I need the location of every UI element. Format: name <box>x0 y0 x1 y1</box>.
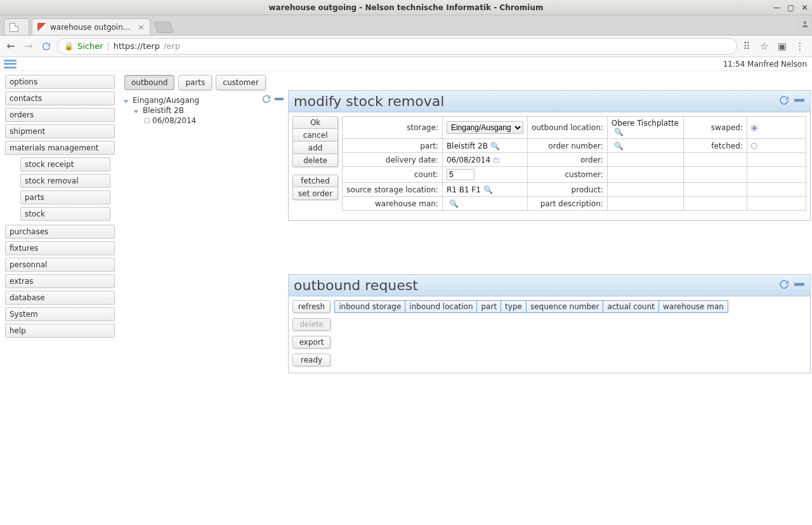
cancel-button[interactable]: cancel <box>292 129 338 142</box>
minimize-icon[interactable]: — <box>772 3 782 12</box>
sidebar-item-options[interactable]: options <box>5 75 115 89</box>
refresh-icon[interactable] <box>778 279 790 292</box>
omnibox[interactable]: 🔒 Sicher | https://terp/erp <box>57 38 737 55</box>
label-fetched: fetched: <box>683 139 747 153</box>
refresh-icon[interactable] <box>778 95 790 108</box>
tree-node[interactable]: Eingang/Ausgang <box>122 95 284 105</box>
collapse-icon[interactable] <box>794 279 805 292</box>
col-type[interactable]: type <box>501 300 527 313</box>
sidebar-item-stock[interactable]: stock <box>20 207 110 221</box>
svg-rect-1 <box>275 98 284 100</box>
browser-tab[interactable] <box>4 18 29 35</box>
ok-button[interactable]: Ok <box>292 116 338 129</box>
menu-icon[interactable]: ⋮ <box>794 41 806 52</box>
search-icon[interactable]: 🔍 <box>449 199 459 208</box>
add-button[interactable]: add <box>292 142 338 154</box>
label-count: count: <box>343 167 443 183</box>
set-order-button[interactable]: set order <box>292 187 338 200</box>
button-column: refresh delete export ready <box>292 300 331 366</box>
tab-parts[interactable]: parts <box>178 75 212 90</box>
url-path: /erp <box>164 41 180 51</box>
search-icon[interactable]: 🔍 <box>483 185 493 194</box>
storage-select[interactable]: Eingang/Ausgang <box>447 121 523 134</box>
app-topbar: 11:54 Manfred Nelson <box>0 57 812 71</box>
search-icon[interactable]: 🔍 <box>614 128 624 136</box>
col-warehouse-man[interactable]: warehouse man <box>659 300 728 313</box>
close-icon[interactable]: ✕ <box>800 3 809 12</box>
reload-button[interactable] <box>39 39 53 53</box>
label-part: part: <box>343 139 443 153</box>
label-warehouse-man: warehouse man: <box>343 197 443 211</box>
col-inbound-storage[interactable]: inbound storage <box>334 300 405 313</box>
erp-tabbar: outbound parts customer <box>118 71 812 90</box>
label-order: order: <box>527 153 607 167</box>
sidebar-item-fixtures[interactable]: fixtures <box>5 241 115 255</box>
star-icon[interactable]: ☆ <box>759 41 770 52</box>
sidebar-item-personnal[interactable]: personnal <box>5 258 115 272</box>
col-actual-count[interactable]: actual count <box>603 300 659 313</box>
tree-node[interactable]: 06/08/2014 <box>122 116 284 126</box>
sidebar-item-materials-management[interactable]: materials management <box>5 141 115 155</box>
addr-actions: ⠿ ☆ ▣ ⋮ <box>741 41 808 52</box>
label-storage: storage: <box>343 117 443 139</box>
browser-tabstrip: warehouse outgoing - Ne × <box>0 15 812 36</box>
window-controls: — ▢ ✕ <box>772 3 809 12</box>
browser-tab[interactable]: warehouse outgoing - Ne × <box>32 18 150 35</box>
main-area: options contacts orders shipment materia… <box>0 71 812 525</box>
sidebar-item-stock-receipt[interactable]: stock receipt <box>20 157 110 171</box>
content: outbound parts customer Eingang/Ausgang … <box>118 71 812 525</box>
sidebar-item-parts[interactable]: parts <box>20 190 110 204</box>
search-icon[interactable]: 🔍 <box>490 142 500 150</box>
calendar-icon[interactable]: 🗀 <box>493 156 501 164</box>
delete-button[interactable]: delete <box>292 318 331 331</box>
hamburger-icon[interactable] <box>3 58 18 70</box>
sidebar-item-purchases[interactable]: purchases <box>5 225 115 239</box>
sidebar-item-orders[interactable]: orders <box>5 108 115 122</box>
devices-icon[interactable]: ▣ <box>776 41 788 52</box>
new-tab-button[interactable] <box>154 22 174 33</box>
tab-outbound[interactable]: outbound <box>124 75 174 90</box>
count-input[interactable] <box>447 169 475 180</box>
forward-button[interactable]: → <box>22 39 36 53</box>
label-product: product: <box>527 183 607 197</box>
panel-modify-stock-removal: modify stock removal Ok cancel add <box>288 90 811 221</box>
maximize-icon[interactable]: ▢ <box>786 3 796 12</box>
col-inbound-location[interactable]: inbound location <box>405 300 477 313</box>
button-column: Ok cancel add delete fetched set order <box>292 116 338 205</box>
user-info: 11:54 Manfred Nelson <box>723 60 807 69</box>
sidebar-item-database[interactable]: database <box>5 291 115 305</box>
label-customer: customer: <box>527 167 607 183</box>
sidebar-item-contacts[interactable]: contacts <box>5 91 115 105</box>
tab-close-icon[interactable]: × <box>138 22 145 32</box>
sidebar-item-shipment[interactable]: shipment <box>5 124 115 138</box>
label-delivery-date: delivery date: <box>343 153 443 167</box>
tree-panel: Eingang/Ausgang Bleistift 2B 06/08/2014 <box>118 90 288 525</box>
back-button[interactable]: ← <box>4 39 18 53</box>
fetched-radio[interactable] <box>751 143 757 149</box>
svg-rect-3 <box>794 283 804 286</box>
swaped-radio[interactable] <box>751 125 757 131</box>
refresh-button[interactable]: refresh <box>292 300 331 313</box>
sidebar-item-extras[interactable]: extras <box>5 274 115 288</box>
delete-button[interactable]: delete <box>292 154 338 167</box>
tab-customer[interactable]: customer <box>216 75 266 90</box>
profile-button[interactable] <box>798 17 812 31</box>
favicon-icon <box>37 23 46 32</box>
search-icon[interactable]: 🔍 <box>614 142 624 150</box>
sidebar-item-system[interactable]: System <box>5 307 115 321</box>
window-title: warehouse outgoing - Nelson technische I… <box>268 3 543 12</box>
page-icon <box>10 23 18 32</box>
ready-button[interactable]: ready <box>292 354 331 366</box>
panel-title: modify stock removal <box>294 93 444 109</box>
collapse-icon[interactable] <box>274 94 284 106</box>
fetched-button[interactable]: fetched <box>292 175 338 187</box>
sidebar-item-stock-removal[interactable]: stock removal <box>20 174 110 188</box>
translate-icon[interactable]: ⠿ <box>741 41 752 52</box>
export-button[interactable]: export <box>292 336 331 349</box>
tree-node[interactable]: Bleistift 2B <box>122 105 284 116</box>
sidebar-item-help[interactable]: help <box>5 324 115 338</box>
refresh-icon[interactable] <box>261 94 272 106</box>
col-part[interactable]: part <box>477 300 501 313</box>
collapse-icon[interactable] <box>794 95 805 108</box>
col-sequence-number[interactable]: sequence number <box>527 300 603 313</box>
